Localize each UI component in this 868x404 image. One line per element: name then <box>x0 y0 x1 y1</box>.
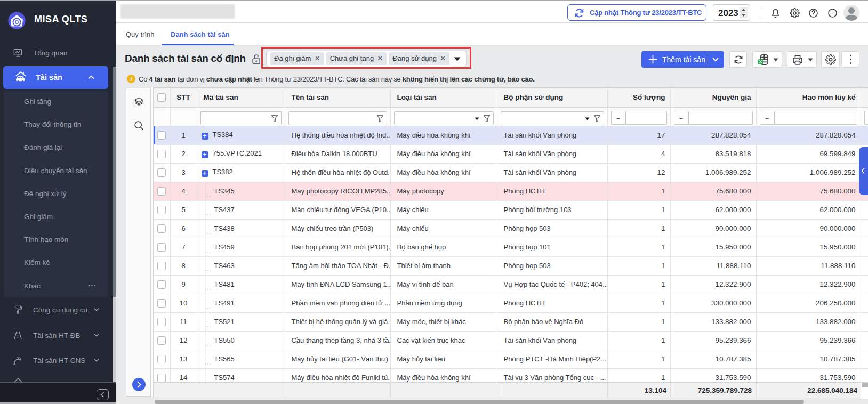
svg-text:X: X <box>759 59 762 64</box>
